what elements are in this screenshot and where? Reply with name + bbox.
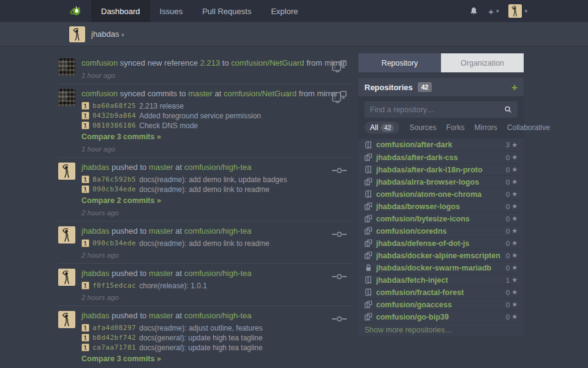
- feed-link[interactable]: comfusion/high-tea: [184, 163, 252, 172]
- commit-hash-link[interactable]: ca7aa71781: [92, 343, 136, 351]
- actor-avatar[interactable]: [58, 58, 75, 75]
- repo-link[interactable]: comfusion/go-bip39: [376, 313, 506, 321]
- feed-link[interactable]: comfusion: [81, 89, 118, 98]
- repo-list-item[interactable]: comfusion/go-bip39 0 ★: [358, 310, 524, 323]
- committer-avatar: [81, 282, 89, 289]
- committer-avatar: [81, 185, 89, 193]
- repo-list-item[interactable]: jhabdas/defense-of-dot-js 0 ★: [358, 237, 524, 249]
- repo-star-count: 0 ★: [506, 227, 518, 235]
- nav-item-explore[interactable]: Explore: [261, 0, 307, 22]
- repo-list-item[interactable]: jhabdas/after-dark-css 0 ★: [358, 151, 524, 163]
- repo-list-item[interactable]: jhabdas/alrra-browser-logos 0 ★: [358, 175, 524, 188]
- commit-hash-link[interactable]: 8a76c592b5: [92, 175, 136, 183]
- repo-link[interactable]: jhabdas/alrra-browser-logos: [376, 178, 506, 186]
- feed-link[interactable]: comfusion/high-tea: [184, 311, 252, 320]
- feed-item: jhabdas pushed to master at comfusion/hi…: [58, 306, 352, 368]
- user-avatar-menu[interactable]: ▾: [508, 4, 527, 18]
- feed-title: comfusion synced new reference 2.213 to …: [81, 57, 352, 68]
- commit-hash-link[interactable]: 090cb34ede: [92, 185, 136, 193]
- feed-link[interactable]: master: [188, 89, 213, 98]
- repo-list-item[interactable]: comfusion/coredns 0 ★: [358, 224, 524, 237]
- repo-star-count: 0 ★: [506, 166, 518, 174]
- compare-commits-link[interactable]: Compare 2 commits »: [81, 196, 161, 205]
- nav-item-pull-requests[interactable]: Pull Requests: [192, 0, 261, 22]
- repo-list-item[interactable]: jhabdas/docker-alpine-emscripten 0 ★: [358, 249, 524, 261]
- feed-link[interactable]: master: [149, 226, 173, 236]
- feed-link[interactable]: jhabdas: [81, 269, 110, 278]
- commit-hash-link[interactable]: ba60a68f25: [92, 102, 136, 110]
- actor-avatar[interactable]: [58, 226, 75, 243]
- repo-list-item[interactable]: comfusion/bytesize-icons 0 ★: [358, 212, 524, 224]
- compare-commits-link[interactable]: Compare 3 commits »: [81, 132, 161, 141]
- actor-avatar[interactable]: [58, 89, 75, 106]
- commit-hash-link[interactable]: 0810386186: [92, 121, 136, 129]
- commit-hash-link[interactable]: 0432b9a864: [92, 112, 136, 120]
- actor-avatar[interactable]: [58, 311, 75, 328]
- committer-avatar: [81, 175, 89, 183]
- feed-link[interactable]: master: [149, 311, 173, 320]
- feed-link[interactable]: comfusion/high-tea: [184, 226, 252, 236]
- commit-hash-link[interactable]: b8d42bf742: [92, 334, 136, 342]
- repo-link[interactable]: jhabdas/fetch-inject: [376, 276, 506, 285]
- repo-link[interactable]: jhabdas/defense-of-dot-js: [376, 239, 506, 248]
- nav-item-issues[interactable]: Issues: [150, 0, 193, 22]
- context-user-switcher[interactable]: jhabdas ▾: [91, 29, 124, 39]
- create-new-menu[interactable]: + ▾: [488, 7, 499, 16]
- repo-link[interactable]: jhabdas/after-dark-i18n-proto: [376, 166, 506, 174]
- commit-message: Check DNS mode: [139, 121, 198, 130]
- repo-list-item[interactable]: comfusion/goaccess 0 ★: [358, 298, 524, 310]
- repo-link[interactable]: comfusion/after-dark: [376, 140, 506, 149]
- show-more-repositories-link[interactable]: Show more repositories…: [358, 323, 524, 337]
- repo-link[interactable]: comfusion/atom-one-chroma: [376, 190, 506, 199]
- repo-fork-icon: [364, 202, 372, 210]
- repo-list-item[interactable]: comfusion/after-dark 3 ★: [358, 139, 524, 151]
- commit-hash-link[interactable]: afa4d08297: [92, 324, 136, 332]
- tab-organization[interactable]: Organization: [441, 53, 524, 72]
- feed-link[interactable]: comfusion/NetGuard: [224, 89, 296, 98]
- repo-link[interactable]: jhabdas/browser-logos: [376, 202, 506, 211]
- filter-sources[interactable]: Sources: [409, 123, 436, 132]
- feed-link[interactable]: comfusion/high-tea: [184, 269, 252, 278]
- filter-mirrors[interactable]: Mirrors: [475, 123, 497, 132]
- actor-avatar[interactable]: [58, 269, 75, 286]
- repo-link[interactable]: comfusion/fractal-forest: [376, 288, 506, 297]
- repo-link[interactable]: jhabdas/docker-swarm-mariadb: [376, 264, 506, 272]
- panel-title: Repositories: [364, 83, 413, 92]
- repo-list-item[interactable]: jhabdas/docker-swarm-mariadb 0 ★: [358, 261, 524, 274]
- feed-link[interactable]: comfusion: [81, 58, 118, 67]
- feed-link[interactable]: master: [149, 269, 173, 278]
- commit-hash-link[interactable]: f0f15edcac: [92, 282, 136, 289]
- notifications-bell-icon[interactable]: [469, 7, 478, 16]
- feed-link[interactable]: jhabdas: [81, 311, 110, 320]
- repo-link[interactable]: comfusion/bytesize-icons: [376, 215, 506, 223]
- filter-collaborative[interactable]: Collaborative: [507, 123, 550, 132]
- tab-repository[interactable]: Repository: [358, 53, 441, 72]
- nav-item-dashboard[interactable]: Dashboard: [91, 0, 150, 22]
- feed-link[interactable]: 2.213: [200, 58, 221, 67]
- repo-search-input[interactable]: [370, 105, 504, 114]
- actor-avatar[interactable]: [58, 163, 75, 180]
- repo-list-item[interactable]: comfusion/atom-one-chroma 0 ★: [358, 188, 524, 200]
- repo-link[interactable]: jhabdas/docker-alpine-emscripten: [376, 251, 506, 260]
- repo-link[interactable]: jhabdas/after-dark-css: [376, 153, 506, 162]
- feed-link[interactable]: jhabdas: [81, 163, 110, 172]
- add-repository-button[interactable]: +: [511, 82, 518, 93]
- repo-book-icon: [364, 166, 372, 174]
- feed-link[interactable]: master: [149, 163, 173, 172]
- feed-link[interactable]: jhabdas: [81, 226, 110, 236]
- feed-link[interactable]: comfusion/NetGuard: [231, 58, 304, 67]
- filter-forks[interactable]: Forks: [447, 123, 465, 132]
- commit-hash-link[interactable]: 090cb34ede: [92, 239, 136, 247]
- context-avatar[interactable]: [69, 26, 85, 42]
- repo-count-badge: 42: [418, 82, 432, 92]
- gitea-logo[interactable]: [58, 0, 91, 22]
- repo-link[interactable]: comfusion/goaccess: [376, 301, 506, 309]
- repo-list-item[interactable]: jhabdas/after-dark-i18n-proto 0 ★: [358, 163, 524, 175]
- repo-list-item[interactable]: comfusion/fractal-forest 0 ★: [358, 286, 524, 298]
- repo-link[interactable]: comfusion/coredns: [376, 227, 506, 236]
- repo-list-item[interactable]: jhabdas/browser-logos 0 ★: [358, 200, 524, 212]
- compare-commits-link[interactable]: Compare 3 commits »: [81, 355, 161, 363]
- filter-all[interactable]: All 42: [364, 121, 399, 134]
- repo-list-item[interactable]: jhabdas/fetch-inject 1 ★: [358, 274, 524, 286]
- repo-fork-icon: [364, 313, 372, 321]
